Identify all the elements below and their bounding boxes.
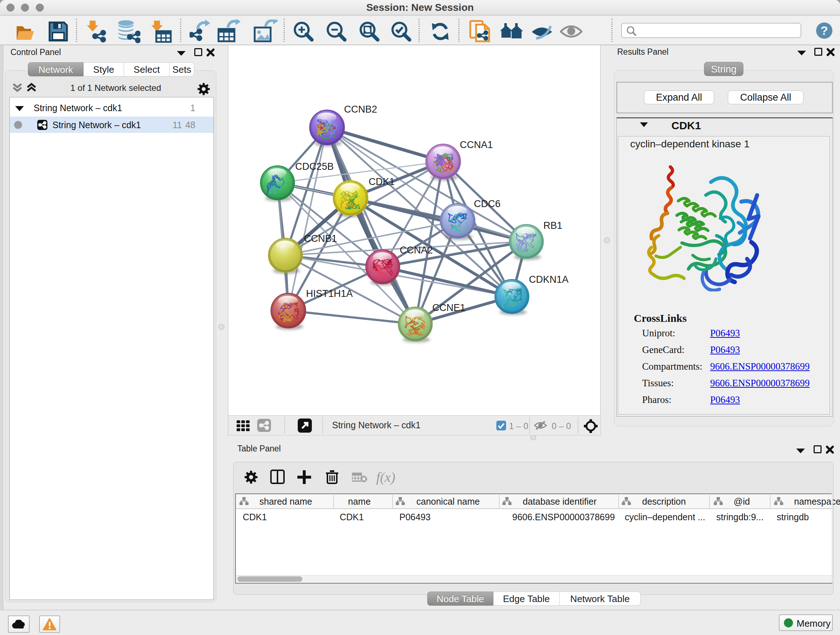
svg-text:CDC6: CDC6 bbox=[474, 198, 501, 209]
svg-text:CCNE1: CCNE1 bbox=[432, 302, 466, 313]
svg-text:CCNB1: CCNB1 bbox=[304, 233, 337, 244]
svg-text:CCNA1: CCNA1 bbox=[460, 139, 493, 150]
svg-text:CCNA2: CCNA2 bbox=[400, 245, 433, 256]
svg-text:CDKN1A: CDKN1A bbox=[529, 274, 569, 285]
svg-text:CDC25B: CDC25B bbox=[295, 161, 334, 172]
svg-text:RB1: RB1 bbox=[543, 220, 562, 231]
svg-text:HIST1H1A: HIST1H1A bbox=[306, 288, 353, 299]
svg-text:CCNB2: CCNB2 bbox=[344, 104, 377, 115]
svg-text:CDK1: CDK1 bbox=[369, 176, 395, 187]
